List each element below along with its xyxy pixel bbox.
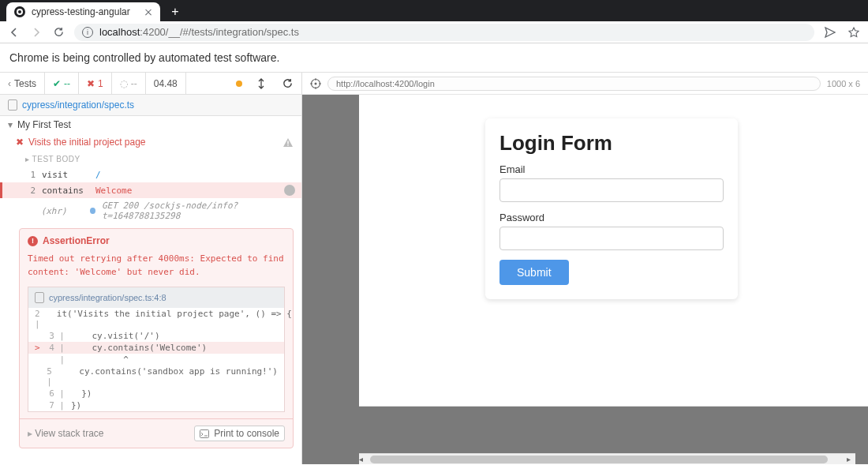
app-preview-panel: http://localhost:4200/login 1000 x 6 Log… bbox=[302, 73, 868, 464]
horizontal-scrollbar[interactable]: ◂ ▸ bbox=[359, 453, 855, 464]
error-icon: ! bbox=[28, 236, 38, 246]
resize-icon[interactable] bbox=[249, 78, 274, 89]
warning-icon bbox=[282, 137, 294, 148]
scroll-right-arrow[interactable]: ▸ bbox=[847, 455, 855, 463]
address-bar[interactable]: i localhost:4200/__/#/tests/integration/… bbox=[74, 24, 814, 41]
email-label: Email bbox=[499, 163, 724, 175]
tests-link[interactable]: ‹Tests bbox=[0, 73, 45, 94]
browser-toolbar: i localhost:4200/__/#/tests/integration/… bbox=[0, 21, 868, 43]
tab-title: cypress-testing-angular bbox=[32, 6, 130, 17]
code-line: 7 |}) bbox=[28, 399, 284, 411]
command-row[interactable]: 1 visit / bbox=[0, 167, 301, 182]
forward-button[interactable] bbox=[30, 26, 43, 39]
site-info-icon[interactable]: i bbox=[82, 27, 93, 38]
code-line: 2 | it('Visits the initial project page'… bbox=[28, 308, 284, 330]
command-row-failed[interactable]: 2 contains Welcome bbox=[0, 182, 301, 198]
error-panel: ! AssertionError Timed out retrying afte… bbox=[19, 228, 294, 448]
rerun-icon[interactable] bbox=[274, 77, 301, 89]
app-canvas: Login Form Email Password Submit bbox=[359, 95, 868, 407]
reload-button[interactable] bbox=[52, 26, 65, 39]
browser-tab-strip: cypress-testing-angular + bbox=[0, 0, 868, 21]
svg-rect-2 bbox=[287, 141, 288, 144]
file-icon bbox=[35, 292, 44, 303]
back-button[interactable] bbox=[8, 26, 21, 39]
test-body-label: ▸ TEST BODY bbox=[0, 151, 301, 167]
submit-button[interactable]: Submit bbox=[499, 260, 569, 285]
selector-playground-icon[interactable] bbox=[310, 78, 321, 89]
describe-row[interactable]: ▾My First Test bbox=[0, 116, 301, 133]
error-message: Timed out retrying after 4000ms: Expecte… bbox=[20, 253, 293, 287]
iframe-url[interactable]: http://localhost:4200/login bbox=[327, 77, 821, 91]
spec-path[interactable]: cypress/integration/spec.ts bbox=[0, 95, 301, 116]
email-field[interactable] bbox=[499, 178, 724, 202]
code-line: 3 | cy.visit('/') bbox=[28, 330, 284, 342]
code-frame-file[interactable]: cypress/integration/spec.ts:4:8 bbox=[28, 287, 284, 308]
close-tab-icon[interactable] bbox=[144, 8, 152, 16]
code-line: | ^ bbox=[28, 354, 284, 366]
scroll-left-arrow[interactable]: ◂ bbox=[359, 455, 368, 463]
code-line: >4 | cy.contains('Welcome') bbox=[28, 342, 284, 354]
cypress-reporter: ‹Tests ✔-- ✖1 ◌-- 04.48 bbox=[0, 73, 302, 464]
svg-rect-3 bbox=[287, 144, 288, 145]
password-field[interactable] bbox=[499, 227, 724, 250]
view-stack-trace[interactable]: View stack trace bbox=[35, 428, 103, 439]
login-card: Login Form Email Password Submit bbox=[485, 118, 738, 299]
code-line: 6 | }) bbox=[28, 388, 284, 399]
error-title: ! AssertionError bbox=[20, 229, 293, 253]
fail-count: ✖1 bbox=[79, 73, 112, 94]
iframe-viewport: Login Form Email Password Submit ◂ ▸ bbox=[302, 95, 868, 464]
xhr-bullet-icon bbox=[90, 208, 95, 214]
pending-count: ◌-- bbox=[112, 73, 146, 94]
file-icon bbox=[8, 99, 17, 111]
svg-point-6 bbox=[315, 82, 317, 84]
viewport-dimensions: 1000 x 6 bbox=[827, 79, 860, 88]
status-indicator bbox=[228, 73, 249, 94]
url-text: localhost:4200/__/#/tests/integration/sp… bbox=[99, 26, 806, 38]
duration: 04.48 bbox=[146, 73, 186, 94]
automation-banner: Chrome is being controlled by automated … bbox=[0, 43, 868, 73]
scroll-thumb[interactable] bbox=[370, 456, 828, 463]
reporter-header: ‹Tests ✔-- ✖1 ◌-- 04.48 bbox=[0, 73, 301, 95]
password-label: Password bbox=[499, 212, 724, 223]
test-row-failed[interactable]: ✖Visits the initial project page bbox=[0, 133, 301, 151]
iframe-toolbar: http://localhost:4200/login 1000 x 6 bbox=[302, 73, 868, 95]
retry-badge bbox=[284, 185, 295, 196]
pass-count: ✔-- bbox=[45, 73, 79, 94]
print-to-console-button[interactable]: Print to console bbox=[194, 426, 285, 441]
svg-point-1 bbox=[18, 10, 21, 13]
code-line: 5 | cy.contains('sandbox app is running!… bbox=[28, 366, 284, 388]
bookmark-star-icon[interactable] bbox=[847, 26, 860, 39]
favicon bbox=[14, 6, 25, 17]
browser-tab[interactable]: cypress-testing-angular bbox=[6, 2, 160, 21]
send-icon[interactable] bbox=[824, 26, 836, 39]
svg-rect-4 bbox=[200, 429, 209, 437]
new-tab-button[interactable]: + bbox=[166, 3, 184, 21]
login-title: Login Form bbox=[499, 131, 724, 156]
command-row-xhr[interactable]: (xhr) GET 200 /sockjs-node/info?t=164878… bbox=[0, 198, 301, 223]
code-frame: cypress/integration/spec.ts:4:8 2 | it('… bbox=[28, 287, 285, 412]
